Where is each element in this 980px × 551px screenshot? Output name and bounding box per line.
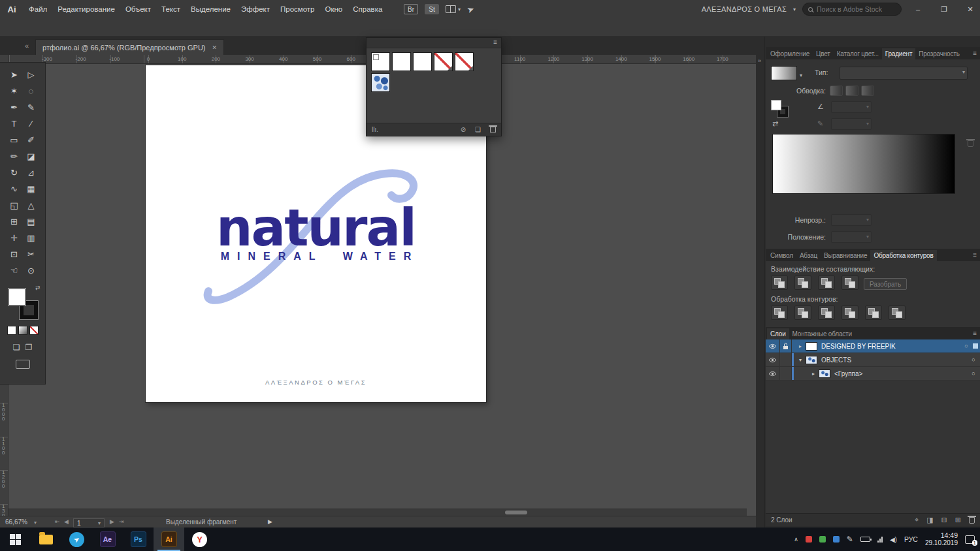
screen-mode-button[interactable] (16, 360, 30, 369)
target-icon[interactable]: ○ (960, 343, 973, 349)
fill-color-swatch[interactable] (8, 288, 26, 306)
photoshop-button[interactable]: Ps (123, 527, 154, 551)
delete-swatch-icon[interactable] (490, 127, 496, 133)
tab-pathfinder[interactable]: Обработка контуров (870, 250, 936, 261)
fill-stroke-control[interactable]: ⇄ (8, 288, 38, 319)
stroke-gradient-across-button[interactable] (861, 86, 874, 96)
search-input[interactable] (817, 5, 889, 13)
gradient-mode-button[interactable] (18, 326, 27, 335)
file-explorer-button[interactable] (31, 527, 61, 551)
panel-menu-icon[interactable]: ≡ (973, 50, 977, 57)
menu-object[interactable]: Объект (122, 5, 155, 13)
gradient-thumbnail[interactable] (771, 66, 797, 80)
swatch-none-1[interactable] (434, 52, 453, 71)
merge-button[interactable] (818, 306, 835, 320)
prev-artboard-icon[interactable]: ◀ (64, 518, 69, 525)
graph-tool[interactable]: ▥ (23, 230, 40, 246)
menu-file[interactable]: Файл (25, 5, 51, 13)
tab-layers[interactable]: Слои (767, 328, 789, 339)
tab-color[interactable]: Цвет (813, 48, 834, 59)
minus-back-button[interactable] (889, 306, 906, 320)
tab-gradient[interactable]: Градиент (882, 48, 915, 59)
shaper-tool[interactable]: ✏ (6, 148, 23, 165)
gradient-thumb-caret-icon[interactable]: ▾ (800, 72, 802, 78)
visibility-eye-icon[interactable] (766, 339, 780, 353)
mesh-tool[interactable]: ⊞ (6, 213, 23, 230)
artboard-navigation[interactable]: 1 ▾ (73, 518, 105, 527)
tray-app-blue-icon[interactable] (833, 536, 840, 543)
width-tool[interactable]: ∿ (6, 181, 23, 197)
gradient-slider[interactable] (772, 134, 955, 194)
last-artboard-icon[interactable]: ⇥ (119, 518, 124, 525)
status-play-icon[interactable]: ▶ (268, 518, 272, 525)
tray-app-red-icon[interactable] (806, 536, 812, 543)
arrange-documents-button[interactable]: ▾ (446, 5, 461, 13)
menu-window[interactable]: Окно (321, 5, 347, 13)
bridge-button[interactable]: Br (404, 4, 418, 14)
edit-gradient-icon[interactable]: ✎ (817, 119, 823, 128)
tab-color-guide[interactable]: Каталог цвет... (834, 48, 882, 59)
layer-name[interactable]: <Группа> (834, 370, 967, 377)
lock-icon[interactable] (780, 339, 792, 353)
minimize-button[interactable]: – (908, 0, 928, 18)
direct-selection-tool[interactable]: ▷ (23, 67, 40, 83)
panel-menu-icon[interactable]: ≡ (973, 251, 977, 259)
unite-button[interactable] (771, 276, 788, 290)
gradient-tool[interactable]: ▤ (23, 213, 40, 230)
workspace-switcher[interactable]: ΑΛΕΞΑΝΔΡΟΣ Ο ΜΕΓΑΣ (702, 5, 787, 13)
delete-layer-icon[interactable] (969, 517, 975, 524)
logo-caption[interactable]: ΑΛΈΞΑΝΔΡΟΣ Ο ΜΈΓΑΣ (146, 379, 486, 386)
illustrator-button[interactable]: Ai (154, 527, 184, 551)
gradient-aspect-select[interactable]: ▾ (831, 118, 872, 130)
lasso-tool[interactable]: ◌ (23, 83, 40, 99)
menu-select[interactable]: Выделение (187, 5, 235, 13)
zoom-tool[interactable]: ⊙ (23, 262, 40, 279)
magic-wand-tool[interactable]: ✶ (6, 83, 23, 99)
line-segment-tool[interactable]: ∕ (23, 116, 40, 132)
tray-expand-icon[interactable]: ∧ (794, 536, 798, 543)
telegram-button[interactable]: ➤ (61, 527, 92, 551)
logo-word[interactable]: natural (146, 200, 486, 256)
layer-row[interactable]: ▸ <Группа> ○ (766, 367, 980, 381)
panel-menu-icon[interactable]: ≡ (973, 330, 977, 337)
pen-tool[interactable]: ✒ (6, 99, 23, 116)
network-icon[interactable] (877, 536, 883, 543)
visibility-eye-icon[interactable] (766, 353, 780, 366)
pen-settings-icon[interactable]: ✎ (847, 535, 853, 544)
expand-chevron-icon[interactable]: ▸ (795, 343, 806, 349)
new-layer-icon[interactable]: ⊞ (955, 516, 961, 524)
expand-chevron-icon[interactable]: ▸ (808, 371, 819, 377)
layer-thumbnail[interactable] (819, 370, 830, 378)
tab-artboards[interactable]: Монтажные области (789, 328, 855, 339)
battery-icon[interactable] (860, 537, 870, 542)
logo-subtitle[interactable]: MINERAL WATER (146, 251, 494, 262)
stroke-gradient-along-button[interactable] (845, 86, 858, 96)
stock-button[interactable]: St (425, 4, 439, 14)
unlink-swatch-icon[interactable]: ⊘ (461, 126, 466, 133)
gradient-type-select[interactable]: ▾ (840, 67, 968, 80)
swatches-panel-header[interactable]: ≡ (367, 38, 501, 48)
slice-tool[interactable]: ✂ (23, 246, 40, 262)
close-tab-icon[interactable]: ✕ (212, 44, 218, 51)
panel-menu-icon[interactable]: ≡ (493, 39, 497, 46)
exclude-button[interactable] (841, 276, 858, 290)
tab-paragraph[interactable]: Абзац (796, 250, 821, 261)
swatch-libraries-icon[interactable]: llı. (372, 126, 378, 133)
language-indicator[interactable]: РУС (904, 535, 918, 543)
gradient-fill-swatch[interactable] (771, 100, 781, 110)
locate-object-icon[interactable]: ⌖ (915, 516, 919, 524)
gradient-opacity-select[interactable]: ▾ (831, 214, 872, 226)
zoom-level[interactable]: 66,67% (5, 518, 27, 526)
layer-name[interactable]: OBJECTS (821, 356, 967, 364)
first-artboard-icon[interactable]: ⇤ (55, 518, 60, 525)
layer-row[interactable]: ▾ OBJECTS ○ (766, 353, 980, 367)
gradient-fill-stroke-control[interactable] (771, 100, 788, 117)
minus-front-button[interactable] (794, 276, 811, 290)
eyedropper-tool[interactable]: ✛ (6, 230, 23, 246)
none-mode-button[interactable] (29, 326, 39, 335)
intersect-button[interactable] (818, 276, 835, 290)
scrollbar-thumb[interactable] (505, 511, 527, 514)
gradient-angle-select[interactable]: ▾ (831, 101, 872, 113)
action-center-icon[interactable]: 1 (965, 535, 975, 544)
layer-thumbnail[interactable] (806, 342, 817, 351)
